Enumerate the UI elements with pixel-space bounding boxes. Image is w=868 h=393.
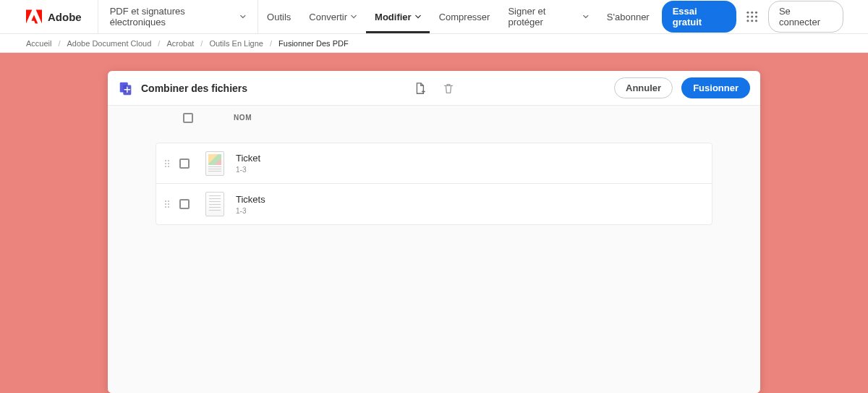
crumb-outils-en-ligne[interactable]: Outils En Ligne bbox=[209, 39, 263, 48]
svg-point-8 bbox=[754, 20, 757, 22]
file-thumbnail bbox=[205, 192, 224, 216]
nav-label: Signer et protéger bbox=[508, 6, 579, 28]
select-all-checkbox[interactable] bbox=[183, 113, 193, 123]
delete-icon[interactable] bbox=[442, 82, 455, 95]
nav-trial-wrap: Essai gratuit bbox=[659, 0, 746, 33]
apps-grid-icon[interactable] bbox=[746, 10, 758, 23]
nav-items: PDF et signatures électroniques Outils C… bbox=[98, 0, 746, 33]
nav-label: S'abonner bbox=[607, 12, 650, 22]
nav-right: Se connecter bbox=[746, 1, 869, 33]
nav-modifier[interactable]: Modifier bbox=[366, 0, 430, 33]
crumb-doc-cloud[interactable]: Adobe Document Cloud bbox=[67, 39, 152, 48]
file-pages: 1-3 bbox=[236, 166, 260, 174]
nav-sabonner[interactable]: S'abonner bbox=[598, 0, 659, 33]
drag-handle-icon[interactable] bbox=[165, 200, 171, 208]
svg-point-0 bbox=[746, 12, 749, 14]
crumb-acrobat[interactable]: Acrobat bbox=[166, 39, 194, 48]
nav-label: Compresser bbox=[439, 12, 490, 22]
nav-signer[interactable]: Signer et protéger bbox=[499, 0, 597, 33]
trial-button[interactable]: Essai gratuit bbox=[662, 1, 736, 33]
svg-point-7 bbox=[751, 20, 753, 22]
sheet-body: NOM Ticket 1-3 Tickets bbox=[108, 106, 760, 393]
file-row: Tickets 1-3 bbox=[156, 184, 712, 224]
file-name: Ticket bbox=[236, 153, 260, 164]
file-list: Ticket 1-3 Tickets 1-3 bbox=[156, 143, 712, 225]
nav-label: Modifier bbox=[375, 12, 412, 22]
global-nav: Adobe PDF et signatures électroniques Ou… bbox=[0, 0, 868, 34]
row-checkbox[interactable] bbox=[179, 159, 190, 169]
col-name: NOM bbox=[234, 114, 252, 122]
add-file-icon[interactable] bbox=[413, 82, 426, 95]
toolbar-actions: Annuler Fusionner bbox=[614, 77, 750, 98]
svg-point-3 bbox=[746, 15, 749, 17]
list-header: NOM bbox=[108, 106, 760, 130]
chevron-down-icon bbox=[351, 14, 357, 20]
nav-label: PDF et signatures électroniques bbox=[110, 6, 237, 28]
nav-pdf-signatures[interactable]: PDF et signatures électroniques bbox=[98, 0, 258, 33]
file-thumbnail bbox=[205, 151, 224, 176]
chevron-down-icon bbox=[240, 14, 246, 20]
nav-compresser[interactable]: Compresser bbox=[430, 0, 500, 33]
file-meta: Ticket 1-3 bbox=[236, 153, 260, 174]
toolbar: Combiner des fichiers Annuler Fusionner bbox=[108, 71, 760, 106]
file-pages: 1-3 bbox=[236, 207, 265, 215]
file-meta: Tickets 1-3 bbox=[236, 194, 265, 215]
signin-button[interactable]: Se connecter bbox=[768, 1, 843, 33]
crumb-accueil[interactable]: Accueil bbox=[26, 39, 51, 48]
nav-convertir[interactable]: Convertir bbox=[300, 0, 366, 33]
tool-title: Combiner des fichiers bbox=[118, 80, 247, 96]
nav-outils[interactable]: Outils bbox=[258, 0, 300, 33]
brand-name: Adobe bbox=[48, 11, 82, 23]
nav-label: Convertir bbox=[309, 12, 347, 22]
brand[interactable]: Adobe bbox=[0, 0, 98, 33]
drag-handle-icon[interactable] bbox=[165, 160, 171, 167]
svg-point-2 bbox=[754, 12, 757, 14]
adobe-logo-icon bbox=[26, 9, 42, 24]
toolbar-center-icons bbox=[413, 82, 455, 95]
combine-card: Combiner des fichiers Annuler Fusionner … bbox=[108, 71, 760, 393]
stage: Combiner des fichiers Annuler Fusionner … bbox=[0, 53, 868, 393]
breadcrumb: Accueil/ Adobe Document Cloud/ Acrobat/ … bbox=[0, 34, 868, 53]
file-name: Tickets bbox=[236, 194, 265, 205]
svg-point-4 bbox=[751, 15, 753, 17]
chevron-down-icon bbox=[583, 14, 589, 20]
chevron-down-icon bbox=[415, 14, 421, 20]
svg-point-5 bbox=[754, 15, 757, 17]
merge-button[interactable]: Fusionner bbox=[681, 77, 750, 98]
file-row: Ticket 1-3 bbox=[156, 143, 712, 184]
nav-label: Outils bbox=[267, 12, 291, 22]
cancel-button[interactable]: Annuler bbox=[614, 77, 673, 98]
svg-point-1 bbox=[751, 12, 753, 14]
row-checkbox[interactable] bbox=[179, 199, 190, 209]
tool-title-text: Combiner des fichiers bbox=[141, 83, 247, 94]
svg-point-6 bbox=[746, 20, 749, 22]
crumb-current: Fusionner Des PDF bbox=[278, 39, 349, 48]
combine-files-icon bbox=[118, 80, 134, 96]
